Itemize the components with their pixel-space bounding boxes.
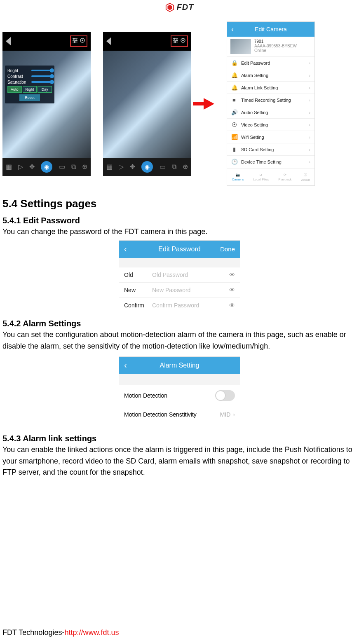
back-icon[interactable] [6, 37, 11, 45]
eye-icon[interactable]: 👁 [229, 302, 235, 309]
row-label: Wifi Setting [241, 135, 264, 140]
paragraph: You can enable the linked actions once t… [2, 444, 357, 479]
top-controls-highlighted[interactable] [171, 35, 188, 47]
svg-point-17 [182, 40, 184, 41]
bright-label: Bright [7, 68, 18, 73]
nav-about[interactable]: ⓘAbout [301, 173, 310, 182]
done-button[interactable]: Done [220, 246, 235, 253]
row-device-time-setting[interactable]: 🕒Device Time Setting› [227, 156, 314, 168]
gear-icon[interactable] [79, 37, 86, 45]
motion-detection-row: Motion Detection [119, 385, 240, 406]
chevron-right-icon: › [309, 98, 310, 103]
mode-night[interactable]: Night [23, 86, 37, 93]
gallery-icon[interactable]: ▦ [106, 163, 113, 171]
row-timed-recording[interactable]: ■Timed Recording Setting› [227, 94, 314, 106]
chevron-right-icon: › [309, 61, 310, 66]
confirm-password-row: Confirm Confirm Password 👁 [119, 297, 240, 313]
about-icon: ⓘ [304, 173, 307, 177]
footer-company: FDT Technologies- [2, 628, 64, 637]
video-icon: ■ [231, 97, 237, 103]
page-header: FDT [0, 0, 359, 13]
bright-slider[interactable] [31, 70, 52, 71]
back-icon[interactable]: ‹ [124, 244, 127, 254]
old-password-input[interactable]: Old Password [152, 272, 229, 278]
bottom-nav: 📷Camera 🗂Local Files ⟳Playback ⓘAbout [227, 168, 314, 185]
edit-camera-header: ‹ Edit Camera [227, 22, 314, 37]
new-password-input[interactable]: New Password [152, 287, 229, 293]
record-icon[interactable]: ▭ [59, 163, 65, 171]
field-label: Confirm [124, 302, 152, 309]
row-sd-card-setting[interactable]: ▮SD Card Setting› [227, 143, 314, 156]
clock-icon: 🕒 [231, 159, 237, 165]
camera-name: 7901 [254, 39, 297, 44]
edit-camera-title: Edit Camera [255, 26, 287, 33]
svg-point-5 [76, 40, 77, 41]
nav-camera[interactable]: 📷Camera [232, 173, 243, 181]
ptz-icon[interactable]: ✥ [29, 163, 35, 171]
field-label: Old [124, 272, 152, 278]
mode-day[interactable]: Day [38, 86, 52, 93]
gear-icon[interactable] [180, 37, 186, 45]
row-alarm-setting[interactable]: 🔔Alarm Setting› [227, 69, 314, 82]
row-video-setting[interactable]: ⦿Video Setting› [227, 119, 314, 131]
row-label: Audio Setting [241, 110, 268, 115]
row-wifi-setting[interactable]: 📶Wifi Setting› [227, 131, 314, 143]
mode-auto[interactable]: Auto [7, 86, 22, 93]
image-adjust-panel: Bright Contrast Saturation Auto Night Da… [5, 66, 54, 103]
bottom-toolbar: ▦ ▷ ✥ ◉ ▭ ⧉ ⊕ [103, 158, 191, 176]
speaker-icon[interactable]: ▷ [119, 163, 124, 171]
camera-icon: 📷 [236, 173, 240, 177]
chevron-right-icon: › [309, 159, 310, 164]
camera-status: Online [254, 48, 297, 53]
subsection-heading: 5.4.1 Edit Password [2, 216, 357, 225]
back-icon[interactable]: ‹ [231, 25, 234, 34]
nav-playback[interactable]: ⟳Playback [278, 173, 291, 181]
row-label: Alarm Link Setting [241, 85, 278, 90]
edit-password-header: ‹ Edit Password Done [119, 241, 240, 258]
motion-sensitivity-row[interactable]: Motion Detection Senstitivity MID› [119, 406, 240, 423]
ptz-icon[interactable]: ✥ [130, 163, 135, 171]
mic-icon[interactable]: ⊕ [183, 163, 188, 171]
video-setting-icon: ⦿ [231, 122, 237, 128]
speaker-icon[interactable]: ▷ [18, 163, 23, 171]
snapshot-button[interactable]: ◉ [141, 161, 153, 173]
record-icon[interactable]: ▭ [160, 163, 166, 171]
footer-url[interactable]: http://www.fdt.us [64, 628, 119, 637]
reset-button[interactable]: Reset [19, 94, 40, 101]
svg-point-3 [73, 38, 75, 39]
gallery-icon[interactable]: ▦ [6, 163, 12, 171]
top-controls-highlighted[interactable] [70, 35, 87, 47]
chevron-right-icon: › [309, 147, 310, 152]
hd-icon[interactable]: ⧉ [71, 163, 76, 171]
row-audio-setting[interactable]: 🔊Audio Setting› [227, 106, 314, 119]
eye-icon[interactable]: 👁 [229, 287, 235, 293]
sliders-icon[interactable] [72, 37, 78, 45]
nav-local-files[interactable]: 🗂Local Files [253, 173, 269, 181]
camera-summary[interactable]: 7901 AAAA-099553-BYBEW Online [227, 37, 314, 57]
row-label: Timed Recording Setting [241, 98, 291, 103]
nav-label: About [301, 178, 310, 182]
mic-icon[interactable]: ⊕ [82, 163, 87, 171]
phone-screenshot-1: Bright Contrast Saturation Auto Night Da… [2, 32, 91, 176]
motion-detection-toggle[interactable] [215, 390, 235, 401]
confirm-password-input[interactable]: Confirm Password [152, 302, 229, 309]
files-icon: 🗂 [259, 173, 263, 177]
motion-sensitivity-label: Motion Detection Senstitivity [124, 411, 197, 418]
snapshot-button[interactable]: ◉ [41, 161, 52, 173]
row-alarm-link-setting[interactable]: 🔔Alarm Link Setting› [227, 82, 314, 94]
back-icon[interactable] [106, 37, 111, 45]
sensitivity-value: MID [220, 411, 231, 418]
saturation-slider[interactable] [31, 81, 52, 83]
row-edit-password[interactable]: 🔒Edit Password› [227, 57, 314, 69]
section-heading: 5.4 Settings pages [2, 197, 357, 210]
alarm-setting-screenshot: ‹ Alarm Setting Motion Detection Motion … [119, 356, 240, 423]
back-icon[interactable]: ‹ [124, 361, 127, 370]
sliders-icon[interactable] [172, 37, 179, 45]
contrast-slider[interactable] [31, 75, 52, 77]
svg-point-13 [176, 40, 178, 41]
arrow-icon [204, 98, 214, 110]
eye-icon[interactable]: 👁 [229, 272, 235, 278]
hd-icon[interactable]: ⧉ [172, 163, 176, 171]
video-area: Bright Contrast Saturation Auto Night Da… [2, 51, 91, 158]
nav-label: Local Files [253, 178, 269, 181]
